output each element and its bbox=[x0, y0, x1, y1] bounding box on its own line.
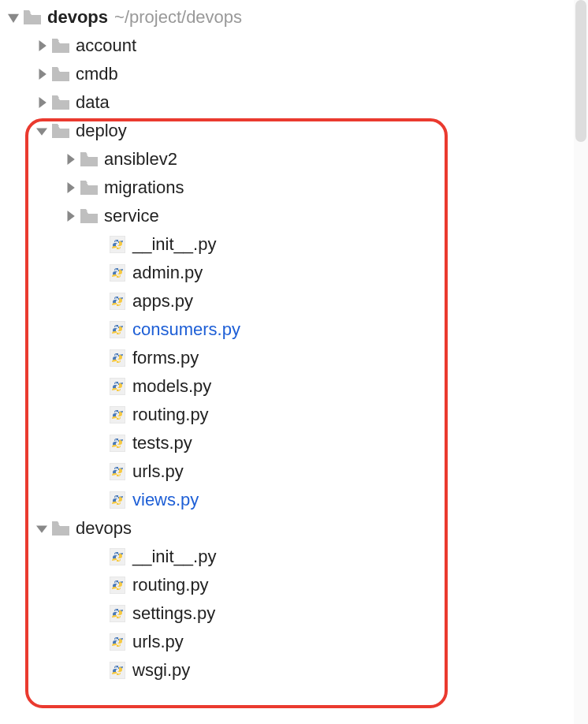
svg-point-24 bbox=[115, 383, 117, 384]
tree-item[interactable]: routing.py bbox=[0, 571, 588, 599]
svg-point-30 bbox=[115, 439, 117, 441]
python-file-icon bbox=[109, 548, 126, 565]
tree-item[interactable]: devops bbox=[0, 514, 588, 543]
folder-icon bbox=[24, 9, 41, 26]
scrollbar-thumb[interactable] bbox=[575, 0, 586, 142]
svg-rect-51 bbox=[110, 662, 125, 679]
tree-item[interactable]: routing.py bbox=[0, 401, 588, 429]
svg-rect-26 bbox=[110, 406, 125, 424]
tree-item[interactable]: forms.py bbox=[0, 344, 588, 372]
tree-item[interactable]: urls.py bbox=[0, 457, 588, 486]
tree-item[interactable]: models.py bbox=[0, 372, 588, 401]
python-file-icon bbox=[109, 264, 126, 282]
tree-item[interactable]: cmdb bbox=[0, 60, 588, 88]
svg-point-46 bbox=[115, 610, 117, 611]
file-label: tests.py bbox=[132, 433, 192, 453]
svg-point-36 bbox=[115, 496, 117, 498]
tree-item[interactable]: account bbox=[0, 32, 588, 60]
svg-rect-45 bbox=[110, 605, 125, 622]
file-label: wsgi.py bbox=[132, 660, 190, 681]
python-file-icon bbox=[109, 577, 126, 594]
svg-rect-14 bbox=[110, 293, 125, 310]
tree-item[interactable]: consumers.py bbox=[0, 315, 588, 344]
chevron-down-icon[interactable] bbox=[6, 10, 20, 24]
svg-rect-48 bbox=[110, 633, 125, 651]
file-label: models.py bbox=[132, 376, 211, 397]
chevron-down-icon[interactable] bbox=[35, 521, 49, 536]
python-file-icon bbox=[109, 463, 126, 480]
chevron-right-icon[interactable] bbox=[35, 67, 49, 81]
tree-item[interactable]: tests.py bbox=[0, 429, 588, 457]
svg-point-53 bbox=[118, 673, 120, 674]
tree-item[interactable]: migrations bbox=[0, 174, 588, 202]
svg-point-31 bbox=[118, 446, 120, 447]
tree-item[interactable]: settings.py bbox=[0, 599, 588, 628]
chevron-right-icon[interactable] bbox=[63, 152, 77, 166]
tree-item[interactable]: __init__.py bbox=[0, 230, 588, 259]
tree-item[interactable]: wsgi.py bbox=[0, 656, 588, 685]
chevron-right-icon[interactable] bbox=[63, 209, 77, 223]
tree-item[interactable]: apps.py bbox=[0, 287, 588, 315]
tree-item[interactable]: admin.py bbox=[0, 259, 588, 287]
folder-icon bbox=[80, 207, 98, 225]
chevron-down-icon[interactable] bbox=[35, 124, 49, 138]
python-file-icon bbox=[109, 293, 126, 310]
folder-icon bbox=[52, 94, 69, 111]
svg-point-10 bbox=[118, 247, 120, 248]
python-file-icon bbox=[109, 321, 126, 338]
python-file-icon bbox=[109, 378, 126, 395]
chevron-right-icon[interactable] bbox=[35, 95, 49, 110]
folder-icon bbox=[52, 122, 69, 140]
file-label: views.py bbox=[132, 490, 199, 510]
svg-point-12 bbox=[115, 269, 117, 271]
svg-point-33 bbox=[115, 468, 117, 469]
svg-point-22 bbox=[118, 360, 120, 362]
svg-marker-3 bbox=[39, 97, 47, 108]
folder-label: cmdb bbox=[76, 64, 118, 84]
svg-marker-5 bbox=[68, 154, 75, 165]
tree-item[interactable]: ansiblev2 bbox=[0, 145, 588, 174]
python-file-icon bbox=[109, 349, 126, 367]
svg-point-43 bbox=[115, 581, 117, 583]
project-tree: devops ~/project/devops accountcmdbdatad… bbox=[0, 0, 588, 688]
folder-label: devops bbox=[76, 518, 132, 539]
folder-icon bbox=[52, 65, 69, 83]
svg-rect-23 bbox=[110, 378, 125, 395]
svg-point-47 bbox=[118, 616, 120, 618]
chevron-right-icon[interactable] bbox=[63, 181, 77, 195]
file-label: consumers.py bbox=[132, 319, 240, 340]
svg-point-18 bbox=[115, 326, 117, 327]
svg-rect-35 bbox=[110, 491, 125, 509]
folder-label: service bbox=[104, 206, 159, 226]
tree-item[interactable]: data bbox=[0, 88, 588, 117]
svg-point-34 bbox=[118, 474, 120, 476]
svg-point-27 bbox=[115, 411, 117, 412]
file-label: settings.py bbox=[132, 603, 215, 624]
svg-point-50 bbox=[118, 644, 120, 646]
tree-item[interactable]: views.py bbox=[0, 486, 588, 514]
svg-rect-39 bbox=[110, 548, 125, 565]
svg-marker-4 bbox=[36, 129, 47, 136]
svg-point-9 bbox=[115, 241, 117, 242]
scrollbar-vertical[interactable] bbox=[574, 0, 588, 724]
svg-point-49 bbox=[115, 638, 117, 640]
file-label: urls.py bbox=[132, 632, 184, 652]
python-file-icon bbox=[109, 435, 126, 452]
tree-item[interactable]: urls.py bbox=[0, 628, 588, 656]
folder-icon bbox=[52, 520, 69, 537]
svg-marker-2 bbox=[39, 69, 47, 80]
tree-item[interactable]: deploy bbox=[0, 117, 588, 145]
chevron-right-icon[interactable] bbox=[35, 39, 49, 53]
svg-point-44 bbox=[118, 588, 120, 589]
folder-icon bbox=[80, 151, 98, 168]
python-file-icon bbox=[109, 662, 126, 679]
svg-point-25 bbox=[118, 389, 120, 390]
tree-root-row[interactable]: devops ~/project/devops bbox=[0, 3, 588, 32]
svg-marker-7 bbox=[68, 211, 75, 222]
svg-point-41 bbox=[118, 559, 120, 561]
svg-marker-0 bbox=[8, 14, 19, 23]
folder-label: data bbox=[76, 92, 110, 113]
python-file-icon bbox=[109, 406, 126, 424]
tree-item[interactable]: __init__.py bbox=[0, 543, 588, 571]
tree-item[interactable]: service bbox=[0, 202, 588, 230]
